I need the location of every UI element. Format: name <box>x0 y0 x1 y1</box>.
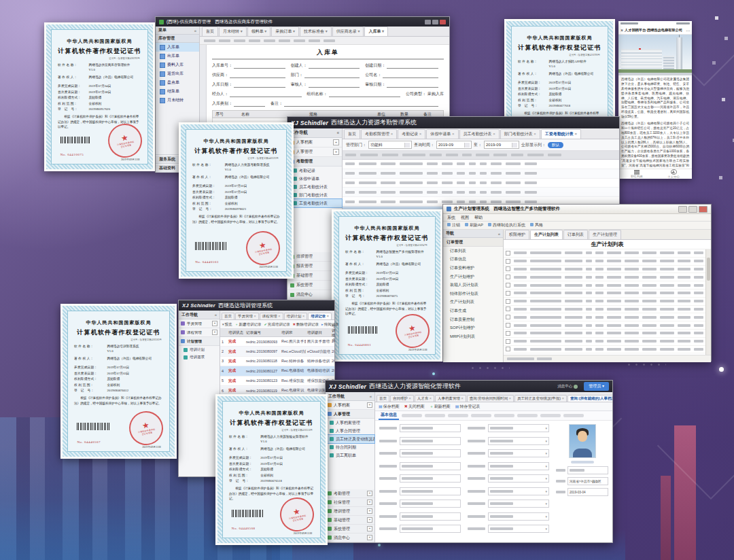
toolbar-button[interactable] <box>279 39 290 42</box>
tab[interactable]: 月末结转 <box>219 27 247 36</box>
sidebar-item[interactable]: 装箱人员计划表 <box>443 281 503 290</box>
sidebar-item[interactable]: 盘点单 <box>156 78 199 87</box>
hire-date-input[interactable]: 2019-03-04 <box>567 488 608 496</box>
checkbox[interactable] <box>506 299 510 304</box>
table-row[interactable]: 4 完成 redrtc.2019080127 Rec.电梯基础 电梯基础培训 2… <box>220 366 334 376</box>
tab[interactable]: 休假申请单 <box>426 129 458 139</box>
table-row[interactable] <box>343 188 619 197</box>
tab[interactable]: 员工考勤统计表 <box>459 129 500 139</box>
dept-select[interactable]: 功能科 <box>368 141 412 149</box>
toolbar-button[interactable] <box>234 39 245 42</box>
sidebar-item[interactable]: 费料入库 <box>156 60 199 69</box>
expand-icon[interactable]: + <box>367 500 372 505</box>
expand-icon[interactable]: + <box>212 330 217 335</box>
section-header[interactable]: 订单管理 <box>443 238 503 247</box>
field-input[interactable] <box>400 437 461 445</box>
checkbox[interactable] <box>506 291 510 296</box>
field-select[interactable] <box>488 487 549 495</box>
vertical-scrollbar[interactable] <box>705 249 711 355</box>
toolbar-button[interactable]: 刷新档案 <box>430 404 451 410</box>
tab[interactable]: 培训记录 <box>308 313 332 319</box>
toolbar-button[interactable]: 风格 <box>530 222 543 228</box>
table-row[interactable] <box>504 281 705 290</box>
tab[interactable]: 权限维护 <box>505 230 529 239</box>
field-input[interactable] <box>400 487 461 495</box>
checkbox[interactable] <box>506 331 510 336</box>
sidebar-item[interactable]: 生产计划维护 <box>443 273 503 281</box>
attendance-titlebar[interactable]: XJ Schindler 西继迅达人力资源考勤管理系统 <box>287 117 619 128</box>
region-input[interactable]: 河南省>许昌市>魏都区 <box>567 477 608 485</box>
table-row[interactable]: 5 完成 redrtc.2019080123 Rec.维保技能 维保技能提升 2… <box>220 377 334 386</box>
nav-profile[interactable]: 个人中心 <box>655 169 692 179</box>
checkbox[interactable] <box>506 259 510 264</box>
field-input[interactable] <box>400 474 461 483</box>
column-header[interactable]: 记录编号 <box>245 330 280 335</box>
tab[interactable]: 首页 <box>202 27 218 36</box>
tab[interactable]: 培训计划 <box>284 313 308 319</box>
tab[interactable]: 部门考勤统计表 <box>500 129 540 139</box>
field-input[interactable] <box>400 462 461 470</box>
table-row[interactable] <box>343 160 619 169</box>
tab[interactable]: 人事档案管理 <box>435 395 466 402</box>
nav-item[interactable]: 人事档案+ <box>287 138 342 147</box>
toolbar-button[interactable]: 完成培训记录 <box>264 322 290 327</box>
field-input[interactable] <box>304 73 360 78</box>
sidebar-item[interactable]: 订单生成 <box>443 307 503 315</box>
table-row[interactable] <box>504 258 705 266</box>
training-titlebar[interactable]: XJ Schindler 西继迅达培训管理系统 <box>179 300 334 311</box>
field-input[interactable] <box>234 64 285 69</box>
tab[interactable]: 生产计划列表 <box>530 230 563 239</box>
field-input[interactable] <box>309 64 360 69</box>
subtab[interactable] <box>563 414 584 417</box>
field-select[interactable] <box>488 462 549 470</box>
tab[interactable]: 领料单 <box>247 27 271 36</box>
table-row[interactable] <box>504 290 705 298</box>
field-input[interactable] <box>383 73 438 78</box>
expand-icon[interactable]: + <box>367 526 372 531</box>
nav-item[interactable]: 课程管理+ <box>179 328 220 337</box>
toolbar-button[interactable] <box>249 39 260 42</box>
expand-icon[interactable]: + <box>367 491 372 496</box>
window-controls[interactable] <box>425 20 446 24</box>
table-row[interactable]: 1 完成 redrtc.2019080093 Rec.图片及手册 图片及手册培训… <box>220 337 334 347</box>
table-row[interactable]: 3 完成 redrtc.2019080118 Rec.特种设备 特种设备培训 2… <box>220 357 334 366</box>
toolbar-button[interactable]: 预览 <box>222 322 232 327</box>
more-icon[interactable]: ⋯ <box>686 28 690 33</box>
section-header[interactable]: 库存管理 <box>156 35 199 43</box>
subtab[interactable] <box>425 414 445 417</box>
expand-icon[interactable]: + <box>212 321 217 326</box>
section-header[interactable]: 考勤管理 <box>287 157 342 167</box>
nav-header[interactable]: 导航 <box>443 230 503 238</box>
toolbar-button[interactable]: 关闭档案 <box>404 404 425 410</box>
sidebar-subitem[interactable]: 员工离职单 <box>326 451 374 459</box>
field-input[interactable] <box>230 92 302 97</box>
toolbar-button[interactable]: 西继制造执行系统 <box>488 222 525 228</box>
toolbar-button[interactable] <box>294 39 305 42</box>
production-titlebar[interactable]: 生产计划管理系统 西继迅达智慧生产多功能管理软件 <box>443 205 711 214</box>
field-select[interactable] <box>488 474 549 483</box>
tab[interactable]: 考勤记录 <box>398 129 425 139</box>
tab[interactable]: 查询:劳动合同到期时间 <box>467 395 514 402</box>
sidebar-subitem[interactable]: 员工考勤统计表 <box>287 183 342 191</box>
section-header[interactable]: 人事管理 <box>326 410 374 419</box>
field-select[interactable] <box>567 466 608 474</box>
section-header[interactable]: 计划管理 <box>179 337 220 346</box>
field-select[interactable] <box>488 424 549 432</box>
sidebar-subitem[interactable]: 休假申请单 <box>287 175 342 183</box>
menu-item[interactable]: 视图 <box>461 215 469 221</box>
sidebar-subitem[interactable]: 工资考勤统计表 <box>287 199 342 207</box>
minimize-icon[interactable] <box>678 206 687 213</box>
hr-titlebar[interactable]: XJ Schindler 西继迅达人力资源智能化管理软件 消息中心 管理员 <box>326 381 612 392</box>
sidebar-subitem[interactable]: 员工转正及变动情况表 <box>326 435 374 443</box>
maximize-icon[interactable] <box>688 206 697 213</box>
tab[interactable]: 查询:(所有就绪的)人事档案 <box>567 395 612 402</box>
sidebar-item[interactable]: 生产计划列表 <box>443 298 503 307</box>
sidebar-subitem[interactable]: 培训计划 <box>179 346 220 353</box>
sidebar-item[interactable]: MRP计划列表 <box>443 332 503 341</box>
table-row[interactable] <box>504 346 705 354</box>
table-row[interactable] <box>504 249 705 258</box>
sidebar-item[interactable]: 订单信息 <box>443 256 503 264</box>
tab[interactable]: 工资考勤统计表 <box>541 129 581 139</box>
table-row[interactable] <box>504 273 705 281</box>
table-row[interactable] <box>504 330 705 338</box>
